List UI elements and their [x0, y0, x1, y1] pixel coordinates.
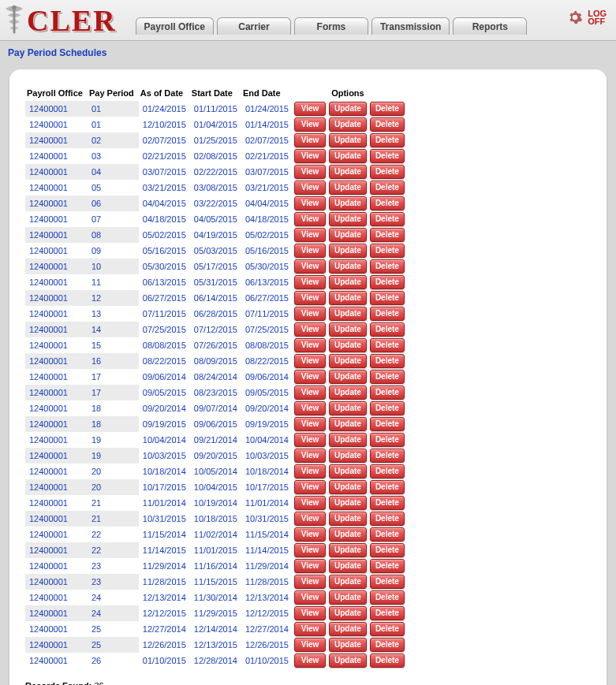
cell-payroll-office[interactable]: 12400001: [25, 274, 88, 290]
update-button[interactable]: Update: [329, 543, 367, 557]
delete-button[interactable]: Delete: [370, 653, 405, 668]
update-button[interactable]: Update: [329, 417, 367, 431]
cell-pay-period[interactable]: 18: [88, 400, 139, 416]
view-button[interactable]: View: [294, 527, 326, 542]
delete-button[interactable]: Delete: [370, 181, 405, 195]
view-button[interactable]: View: [294, 259, 326, 274]
update-button[interactable]: Update: [329, 527, 367, 542]
view-button[interactable]: View: [294, 244, 326, 258]
view-button[interactable]: View: [294, 370, 326, 384]
tab-transmission[interactable]: Transmission: [371, 17, 450, 35]
cell-payroll-office[interactable]: 12400001: [25, 148, 88, 164]
view-button[interactable]: View: [294, 307, 326, 321]
cell-pay-period[interactable]: 01: [88, 117, 139, 132]
update-button[interactable]: Update: [329, 464, 367, 478]
delete-button[interactable]: Delete: [370, 307, 405, 321]
update-button[interactable]: Update: [329, 259, 367, 274]
tab-forms[interactable]: Forms: [294, 17, 368, 35]
view-button[interactable]: View: [294, 212, 326, 226]
delete-button[interactable]: Delete: [370, 102, 405, 116]
view-button[interactable]: View: [294, 181, 326, 195]
update-button[interactable]: Update: [329, 512, 367, 526]
cell-pay-period[interactable]: 25: [88, 621, 139, 637]
delete-button[interactable]: Delete: [370, 575, 405, 589]
cell-pay-period[interactable]: 12: [88, 290, 139, 306]
tab-carrier[interactable]: Carrier: [217, 17, 291, 35]
view-button[interactable]: View: [294, 480, 326, 494]
update-button[interactable]: Update: [329, 228, 367, 242]
delete-button[interactable]: Delete: [370, 322, 405, 337]
cell-pay-period[interactable]: 08: [88, 227, 139, 243]
cell-pay-period[interactable]: 03: [88, 148, 139, 164]
delete-button[interactable]: Delete: [370, 196, 405, 210]
cell-payroll-office[interactable]: 12400001: [25, 511, 88, 527]
cell-payroll-office[interactable]: 12400001: [25, 322, 88, 337]
update-button[interactable]: Update: [329, 307, 367, 321]
cell-pay-period[interactable]: 05: [88, 180, 139, 195]
delete-button[interactable]: Delete: [370, 228, 405, 242]
cell-payroll-office[interactable]: 12400001: [25, 605, 88, 621]
delete-button[interactable]: Delete: [370, 433, 405, 447]
view-button[interactable]: View: [294, 102, 326, 116]
view-button[interactable]: View: [294, 117, 326, 132]
delete-button[interactable]: Delete: [370, 275, 405, 289]
cell-payroll-office[interactable]: 12400001: [25, 416, 88, 432]
cell-pay-period[interactable]: 07: [88, 211, 139, 227]
cell-pay-period[interactable]: 23: [88, 574, 139, 590]
delete-button[interactable]: Delete: [370, 590, 405, 605]
cell-payroll-office[interactable]: 12400001: [25, 558, 88, 574]
cell-payroll-office[interactable]: 12400001: [25, 195, 88, 211]
cell-payroll-office[interactable]: 12400001: [25, 621, 88, 637]
view-button[interactable]: View: [294, 653, 326, 668]
cell-pay-period[interactable]: 09: [88, 243, 139, 259]
update-button[interactable]: Update: [329, 165, 367, 179]
cell-pay-period[interactable]: 14: [88, 322, 139, 337]
cell-payroll-office[interactable]: 12400001: [25, 574, 88, 590]
update-button[interactable]: Update: [329, 559, 367, 573]
view-button[interactable]: View: [294, 385, 326, 400]
view-button[interactable]: View: [294, 433, 326, 447]
cell-payroll-office[interactable]: 12400001: [25, 385, 88, 400]
update-button[interactable]: Update: [329, 653, 367, 668]
view-button[interactable]: View: [294, 275, 326, 289]
update-button[interactable]: Update: [329, 196, 367, 210]
cell-pay-period[interactable]: 01: [88, 101, 139, 117]
delete-button[interactable]: Delete: [370, 370, 405, 384]
cell-pay-period[interactable]: 23: [88, 558, 139, 574]
cell-pay-period[interactable]: 10: [88, 259, 139, 274]
cell-pay-period[interactable]: 11: [88, 274, 139, 290]
cell-payroll-office[interactable]: 12400001: [25, 495, 88, 511]
update-button[interactable]: Update: [329, 575, 367, 589]
view-button[interactable]: View: [294, 449, 326, 463]
cell-pay-period[interactable]: 19: [88, 448, 139, 463]
view-button[interactable]: View: [294, 291, 326, 305]
view-button[interactable]: View: [294, 638, 326, 652]
update-button[interactable]: Update: [329, 244, 367, 258]
cell-pay-period[interactable]: 20: [88, 479, 139, 495]
update-button[interactable]: Update: [329, 354, 367, 368]
cell-payroll-office[interactable]: 12400001: [25, 337, 88, 353]
cell-payroll-office[interactable]: 12400001: [25, 479, 88, 495]
cell-pay-period[interactable]: 17: [88, 369, 139, 385]
view-button[interactable]: View: [294, 401, 326, 415]
cell-payroll-office[interactable]: 12400001: [25, 259, 88, 274]
cell-payroll-office[interactable]: 12400001: [25, 290, 88, 306]
cell-payroll-office[interactable]: 12400001: [25, 637, 88, 653]
cell-payroll-office[interactable]: 12400001: [25, 117, 88, 132]
log-off-button[interactable]: LOG OFF: [567, 9, 607, 25]
tab-payroll-office[interactable]: Payroll Office: [136, 17, 214, 35]
view-button[interactable]: View: [294, 512, 326, 526]
view-button[interactable]: View: [294, 149, 326, 163]
delete-button[interactable]: Delete: [370, 291, 405, 305]
update-button[interactable]: Update: [329, 590, 367, 605]
view-button[interactable]: View: [294, 575, 326, 589]
update-button[interactable]: Update: [329, 433, 367, 447]
delete-button[interactable]: Delete: [370, 354, 405, 368]
cell-pay-period[interactable]: 19: [88, 432, 139, 448]
view-button[interactable]: View: [294, 559, 326, 573]
update-button[interactable]: Update: [329, 322, 367, 337]
delete-button[interactable]: Delete: [370, 606, 405, 620]
cell-payroll-office[interactable]: 12400001: [25, 101, 88, 117]
cell-payroll-office[interactable]: 12400001: [25, 164, 88, 180]
cell-payroll-office[interactable]: 12400001: [25, 400, 88, 416]
